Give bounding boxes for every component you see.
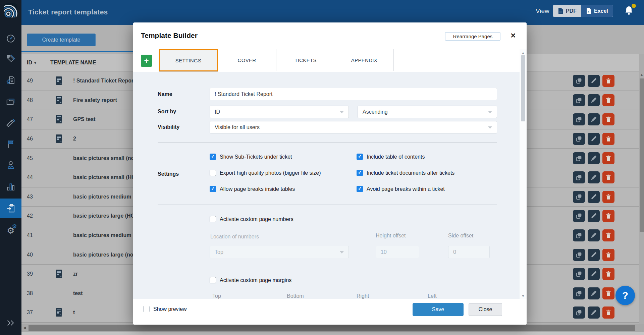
edit-button[interactable] [588, 268, 600, 280]
tab-tickets[interactable]: TICKETS [276, 49, 335, 71]
delete-button[interactable] [602, 249, 614, 261]
edit-button[interactable] [588, 133, 600, 145]
sidebar-item-tags[interactable] [0, 49, 21, 68]
duplicate-button[interactable] [573, 171, 585, 183]
row-actions [573, 268, 614, 280]
row-id: 47 [27, 116, 51, 122]
row-id: 44 [27, 174, 51, 180]
location-of-numbers-dropdown[interactable]: Top [210, 246, 349, 258]
checkbox-avoid-page-breaks[interactable]: Avoid page breaks within a ticket [357, 186, 445, 192]
add-page-button[interactable]: + [141, 55, 152, 67]
checkbox-show-subtickets[interactable]: Show Sub-Tickets under ticket [210, 154, 292, 160]
sidebar-item-ticket-export[interactable] [0, 199, 21, 218]
edit-button[interactable] [588, 113, 600, 125]
sidebar-item-settings[interactable]: ⚙⚙ [0, 221, 21, 240]
duplicate-button[interactable] [573, 210, 585, 222]
delete-button[interactable] [602, 229, 614, 241]
duplicate-button[interactable] [573, 306, 585, 319]
help-button[interactable]: ? [615, 286, 635, 305]
notifications-button[interactable] [623, 5, 635, 17]
duplicate-button[interactable] [573, 113, 585, 125]
checkbox-high-quality-photos[interactable]: Export high quality photos (bigger file … [210, 170, 321, 176]
tab-appendix[interactable]: APPENDIX [335, 49, 394, 71]
sidebar-item-folders[interactable] [0, 92, 21, 111]
app-logo[interactable] [4, 3, 17, 17]
delete-button[interactable] [602, 287, 614, 299]
checkbox-page-breaks-tables[interactable]: Allow page breaks inside tables [210, 186, 295, 192]
modal-scrollbar[interactable]: ▲ ▼ [520, 49, 527, 299]
sidebar-item-flags[interactable] [0, 134, 21, 153]
visibility-dropdown[interactable]: Visible for all users [210, 121, 497, 133]
modal-scroll-down-icon[interactable]: ▼ [520, 294, 527, 298]
delete-button[interactable] [602, 75, 614, 87]
show-preview-checkbox[interactable]: Show preview [143, 306, 187, 312]
duplicate-button[interactable] [573, 75, 585, 87]
delete-button[interactable] [602, 94, 614, 106]
edit-button[interactable] [588, 171, 600, 183]
save-button[interactable]: Save [413, 303, 464, 316]
rearrange-pages-button[interactable]: Rearrange Pages [445, 32, 500, 41]
scroll-left-arrow-icon[interactable]: ◀ [23, 326, 26, 330]
sidebar-item-dashboard[interactable] [0, 29, 21, 48]
checkbox-custom-page-numbers[interactable]: Activate custom page numbers [210, 216, 293, 222]
sidebar-item-users[interactable] [0, 156, 21, 174]
sidebar-item-measurements[interactable] [0, 113, 21, 132]
sort-order-dropdown[interactable]: Ascending [358, 106, 497, 118]
delete-button[interactable] [602, 152, 614, 164]
delete-button[interactable] [602, 133, 614, 145]
edit-button[interactable] [588, 191, 600, 203]
delete-button[interactable] [602, 210, 614, 222]
scroll-up-arrow-icon[interactable]: ▲ [639, 73, 644, 76]
duplicate-button[interactable] [573, 268, 585, 280]
gear-icon: ⚙⚙ [7, 226, 14, 236]
edit-button[interactable] [588, 75, 600, 87]
column-header-id[interactable]: ID ▾ [27, 60, 50, 66]
modal-scrollbar-thumb[interactable] [521, 55, 525, 121]
vertical-scrollbar[interactable]: ▲ [639, 54, 644, 324]
tab-cover[interactable]: COVER [218, 49, 276, 71]
duplicate-button[interactable] [573, 229, 585, 241]
row-id: 40 [27, 252, 51, 258]
edit-button[interactable] [588, 210, 600, 222]
duplicate-button[interactable] [573, 191, 585, 203]
height-offset-input[interactable] [376, 246, 419, 258]
delete-button[interactable] [602, 268, 614, 280]
duplicate-button[interactable] [573, 94, 585, 106]
checkbox-table-of-contents[interactable]: Include table of contents [357, 154, 425, 160]
duplicate-button[interactable] [573, 287, 585, 299]
sidebar-item-audit-reports[interactable] [0, 71, 21, 90]
edit-button[interactable] [588, 152, 600, 164]
delete-button[interactable] [602, 306, 614, 319]
column-header-template-name[interactable]: TEMPLATE NAME [50, 60, 96, 66]
delete-button[interactable] [602, 113, 614, 125]
svg-text:x: x [588, 10, 589, 13]
create-template-button[interactable]: Create template [27, 34, 96, 46]
duplicate-button[interactable] [573, 249, 585, 261]
edit-button[interactable] [588, 249, 600, 261]
view-pdf-button[interactable]: PDF [553, 5, 581, 17]
sort-field-dropdown[interactable]: ID [210, 106, 349, 118]
close-button[interactable]: Close [469, 303, 502, 316]
edit-button[interactable] [588, 229, 600, 241]
sidebar-collapse-button[interactable] [0, 314, 21, 332]
delete-button[interactable] [602, 171, 614, 183]
checkbox-icon [357, 186, 363, 192]
edit-button[interactable] [588, 94, 600, 106]
edit-button[interactable] [588, 306, 600, 319]
duplicate-button[interactable] [573, 133, 585, 145]
horizontal-scrollbar-thumb[interactable] [29, 325, 635, 331]
checkbox-ticket-documents[interactable]: Include ticket documents after tickets [357, 170, 454, 176]
modal-scroll-up-icon[interactable]: ▲ [520, 51, 527, 55]
close-icon[interactable]: ✕ [508, 31, 518, 41]
template-name-input[interactable] [210, 88, 497, 100]
horizontal-scrollbar[interactable]: ◀ ▶ [21, 324, 644, 332]
tab-settings[interactable]: SETTINGS [159, 49, 218, 71]
sidebar-item-statistics[interactable] [0, 177, 21, 196]
duplicate-button[interactable] [573, 152, 585, 164]
view-excel-button[interactable]: x Excel [581, 5, 613, 17]
vertical-scrollbar-thumb[interactable] [640, 78, 644, 232]
delete-button[interactable] [602, 191, 614, 203]
edit-button[interactable] [588, 287, 600, 299]
side-offset-input[interactable] [448, 246, 490, 258]
checkbox-custom-page-margins[interactable]: Activate custom page margins [210, 277, 291, 283]
